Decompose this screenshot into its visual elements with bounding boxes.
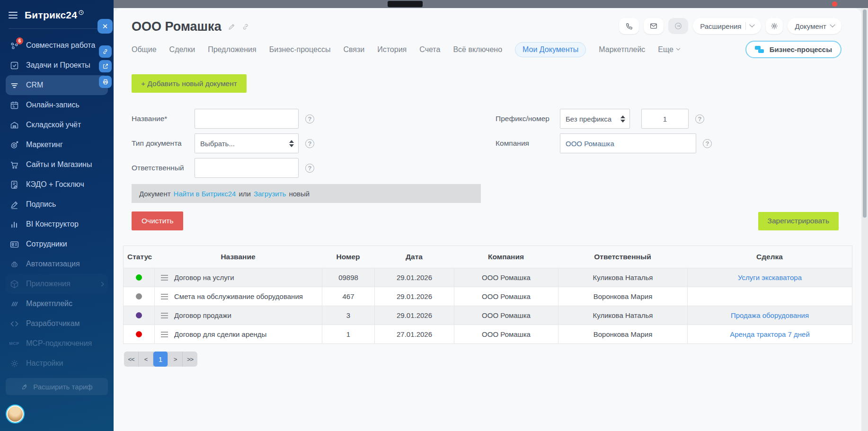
sidebar-item-settings[interactable]: Настройки <box>6 353 108 373</box>
number-input[interactable] <box>641 109 689 129</box>
copilot-button[interactable] <box>668 18 688 34</box>
column-date: Дата <box>374 246 454 268</box>
column-status: Статус <box>124 246 154 268</box>
pill-divider <box>745 22 746 30</box>
document-name: Договор на услуги <box>174 273 234 281</box>
sidebar-item-mcp[interactable]: MCP MCP-подключения <box>6 334 108 353</box>
tab-marketplace[interactable]: Маркетплейс <box>599 43 645 57</box>
sidebar-item-developers[interactable]: Разработчикам <box>6 314 108 334</box>
drag-handle-icon[interactable] <box>161 294 168 299</box>
sidebar-item-sign[interactable]: Подпись <box>6 194 108 214</box>
drag-handle-icon[interactable] <box>161 275 168 281</box>
sidebar-item-kedo[interactable]: КЭДО + Госключ <box>6 175 108 194</box>
document-number: 1 <box>322 325 374 343</box>
sidebar-item-employees[interactable]: Сотрудники <box>6 234 108 254</box>
page-first-button[interactable]: << <box>124 352 139 367</box>
page-title: ООО Ромашка <box>132 18 221 35</box>
tab-general[interactable]: Общие <box>132 43 157 57</box>
copy-link-icon[interactable] <box>99 45 112 58</box>
responsible-input[interactable] <box>195 158 299 178</box>
copy-title-link-icon[interactable] <box>242 23 250 31</box>
sidebar-item-apps[interactable]: Приложения <box>6 274 108 294</box>
call-button[interactable] <box>619 18 639 34</box>
help-icon[interactable]: ? <box>703 139 712 148</box>
business-process-button[interactable]: Бизнес-процессы <box>745 41 841 58</box>
document-name: Договор продажи <box>174 311 231 319</box>
prefix-select[interactable]: Без префикса <box>560 109 630 129</box>
sidebar-item-tasks[interactable]: Задачи и Проекты <box>6 55 108 75</box>
tab-business-processes[interactable]: Бизнес-процессы <box>269 43 331 57</box>
gear-icon <box>9 358 19 369</box>
main-panel: ООО Ромашка Расширения <box>114 8 861 431</box>
document-responsible: Куликова Наталья <box>558 268 687 287</box>
document-date: 29.01.2026 <box>374 268 454 287</box>
sidebar-item-warehouse[interactable]: Складской учёт <box>6 115 108 135</box>
avatar[interactable] <box>6 405 25 423</box>
column-company: Компания <box>454 246 558 268</box>
logo[interactable]: Битрикс24 <box>25 9 84 21</box>
clear-button[interactable]: Очистить <box>132 211 183 230</box>
document-date: 29.01.2026 <box>374 287 454 306</box>
deal-link[interactable]: Услуги экскаватора <box>738 273 802 281</box>
find-in-bitrix-link[interactable]: Найти в Битрикс24 <box>174 190 236 198</box>
mail-button[interactable] <box>644 18 664 34</box>
extensions-button[interactable]: Расширения <box>693 18 761 34</box>
tab-my-documents[interactable]: Мои Документы <box>515 42 586 57</box>
deal-link[interactable]: Продажа оборудования <box>731 311 809 319</box>
page-last-button[interactable]: >> <box>183 352 197 367</box>
chevron-down-icon <box>750 22 755 27</box>
sidebar-item-marketing[interactable]: Маркетинг <box>6 135 108 155</box>
sidebar-item-bi[interactable]: BI Конструктор <box>6 214 108 234</box>
tab-all-included[interactable]: Всё включено <box>453 43 502 57</box>
name-input[interactable] <box>195 109 299 129</box>
document-menu-button[interactable]: Документ <box>788 18 841 34</box>
help-icon[interactable]: ? <box>695 114 704 123</box>
sidebar-item-collaboration[interactable]: 6 Совместная работа <box>6 35 108 55</box>
chevron-down-icon <box>676 46 680 50</box>
tab-deals[interactable]: Сделки <box>169 43 195 57</box>
company-input[interactable] <box>560 133 696 153</box>
open-new-tab-icon[interactable] <box>99 60 112 72</box>
business-process-label: Бизнес-процессы <box>770 45 832 53</box>
page-prev-button[interactable]: < <box>139 352 153 367</box>
scrollbar-thumb[interactable] <box>863 9 867 218</box>
help-icon[interactable]: ? <box>305 114 314 123</box>
sidebar-item-label: Маркетплейс <box>26 299 72 308</box>
sidebar-item-online-booking[interactable]: Онлайн-запись <box>6 95 108 115</box>
upload-new-link[interactable]: Загрузить <box>254 190 286 198</box>
tab-history[interactable]: История <box>377 43 407 57</box>
calendar-icon <box>9 100 19 110</box>
tab-links[interactable]: Связи <box>343 43 364 57</box>
help-icon[interactable]: ? <box>305 164 314 173</box>
sidebar-item-automation[interactable]: Автоматизация <box>6 254 108 274</box>
settings-button[interactable] <box>766 18 783 34</box>
tab-invoices[interactable]: Счета <box>419 43 440 57</box>
page-next-button[interactable]: > <box>168 352 183 367</box>
help-icon[interactable]: ? <box>305 139 314 148</box>
sidebar-item-label: Приложения <box>26 280 71 288</box>
sidebar-menu: 6 Совместная работа Задачи и Проекты CRM… <box>0 32 114 373</box>
add-document-button[interactable]: + Добавить новый документ <box>132 74 247 93</box>
tab-quotes[interactable]: Предложения <box>208 43 257 57</box>
upgrade-tariff-button[interactable]: Расширить тариф <box>6 378 108 395</box>
menu-icon[interactable] <box>9 12 18 18</box>
sidebar-item-marketplace[interactable]: Маркетплейс <box>6 294 108 314</box>
deal-link[interactable]: Аренда трактора 7 дней <box>730 330 810 338</box>
edit-title-icon[interactable] <box>228 23 236 31</box>
sidebar-item-crm[interactable]: CRM <box>6 75 108 95</box>
drag-handle-icon[interactable] <box>161 313 168 318</box>
print-icon[interactable] <box>99 76 112 88</box>
close-icon[interactable]: ✕ <box>97 19 113 34</box>
document-company: ООО Ромашка <box>454 287 558 306</box>
document-type-select[interactable]: Выбрать... <box>195 133 299 153</box>
register-button[interactable]: Зарегистрировать <box>758 212 839 230</box>
drag-handle-icon[interactable] <box>161 332 168 337</box>
business-process-icon <box>755 46 764 53</box>
marketplace-icon <box>9 299 19 309</box>
tabs: Общие Сделки Предложения Бизнес-процессы… <box>132 42 680 57</box>
sidebar-item-sites[interactable]: Сайты и Магазины <box>6 155 108 175</box>
page-current-button[interactable]: 1 <box>153 352 168 367</box>
scrollbar[interactable] <box>861 8 868 431</box>
status-dot <box>136 312 142 318</box>
tab-more[interactable]: Еще <box>658 43 680 57</box>
